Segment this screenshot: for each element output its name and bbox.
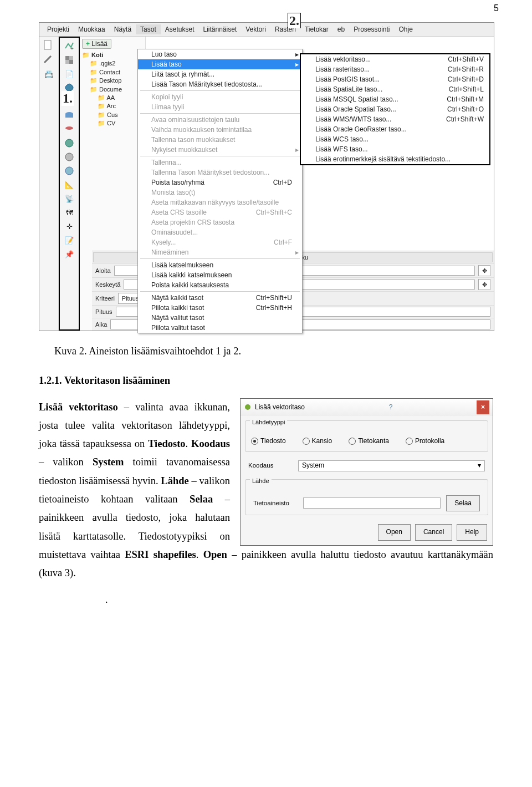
toolbar-main: 📇 (39, 37, 59, 331)
annotation-2: 2. (288, 13, 301, 28)
submenu-item[interactable]: Lisää erotinmerkkejä sisältävä tekstitie… (301, 154, 489, 164)
file-tree[interactable]: Koti .qgis2 Contact Desktop Docume AA Ar… (82, 51, 143, 128)
menu-muokkaa[interactable]: Muokkaa (74, 24, 110, 34)
submenu-item[interactable]: Lisää SpatiaLite taso...Ctrl+Shift+L (301, 84, 489, 94)
menu-tasot[interactable]: Tasot (136, 24, 161, 34)
tree-item[interactable]: Cus (98, 111, 143, 119)
new-shapefile-icon[interactable]: 📐 (63, 179, 75, 191)
menu-item: Tallenna Tason Määritykset tiedostoon... (138, 167, 302, 177)
menu-item[interactable]: Näytä kaikki tasotCtrl+Shift+U (138, 293, 302, 303)
menu-item[interactable]: Näytä valitut tasot (138, 313, 302, 323)
menu-ohje[interactable]: Ohje (395, 24, 417, 34)
gps-icon[interactable]: 📡 (63, 192, 75, 205)
tietoaineisto-label: Tietoaineisto (253, 497, 298, 509)
menu-liitannaiset[interactable]: Liitännäiset (198, 24, 241, 34)
radio-kansio[interactable]: Kansio (303, 435, 332, 448)
body-text: Kuva 2. Aineiston lisäämisvaihtoehdot 1 … (39, 342, 493, 609)
menu-item[interactable]: Poista kaikki katsauksesta (138, 280, 302, 290)
menu-tietokar[interactable]: Tietokar (300, 24, 333, 34)
radio-tiedosto[interactable]: Tiedosto (251, 435, 286, 448)
pin-icon[interactable]: 📌 (63, 248, 75, 260)
toolbar-add-layer: + 📄 🐘 📐 📡 🗺 ✛ 📝 📌 (59, 37, 80, 331)
submenu-item[interactable]: Lisää rasteritaso...Ctrl+Shift+R (301, 64, 489, 74)
lisaa-button[interactable]: + Lisää (82, 39, 111, 49)
menu-item: Aseta mittakaavan näkyvyys tasolle/tasoi… (138, 197, 302, 207)
tree-item[interactable]: Arc (98, 102, 143, 110)
add-wcs-icon[interactable] (63, 151, 75, 163)
add-mssql-icon[interactable] (63, 109, 75, 121)
menu-prosessointi[interactable]: Prosessointi (349, 24, 394, 34)
pick-end-button[interactable]: ✥ (478, 279, 490, 290)
layers-icon[interactable]: 📇 (43, 68, 55, 80)
submenu-item[interactable]: Lisää Oracle Spatial Taso...Ctrl+Shift+O (301, 104, 489, 114)
svg-point-10 (65, 167, 73, 175)
tasot-dropdown: Luo tasoLisää tasoLiitä tasot ja ryhmät.… (137, 49, 303, 333)
help-button[interactable]: Help (457, 524, 487, 541)
radio-protokolla[interactable]: Protokolla (406, 435, 444, 448)
qgis-screenshot: 2. Projekti Muokkaa Näytä Tasot Asetukse… (39, 22, 494, 331)
tree-item[interactable]: .qgis2 (90, 59, 143, 68)
menu-nayta[interactable]: Näytä (110, 24, 136, 34)
tietoaineisto-input[interactable] (303, 497, 441, 509)
menu-vektori[interactable]: Vektori (241, 24, 270, 34)
pencil-icon[interactable] (43, 53, 55, 65)
tree-item[interactable]: Docume (90, 85, 143, 94)
new-project-icon[interactable] (43, 39, 55, 51)
menu-item[interactable]: Lisää Tason Määritykset tiedostosta... (138, 79, 302, 89)
tree-item[interactable]: CV (98, 119, 143, 128)
menu-item[interactable]: Lisää katselmukseen (138, 260, 302, 270)
submenu-item[interactable]: Lisää MSSQL Spatial taso...Ctrl+Shift+M (301, 94, 489, 104)
page-number: 5 (494, 3, 499, 13)
koodaus-select[interactable]: System▾ (298, 460, 485, 471)
menu-item: Aseta CRS tasoilleCtrl+Shift+C (138, 207, 302, 217)
selaa-button[interactable]: Selaa (446, 495, 480, 512)
menu-item[interactable]: Liitä tasot ja ryhmät... (138, 69, 302, 79)
submenu-item[interactable]: Lisää PostGIS tasot...Ctrl+Shift+D (301, 74, 489, 84)
add-csv-icon[interactable]: 📄 (63, 68, 75, 80)
submenu-item[interactable]: Lisää WFS taso... (301, 144, 489, 154)
submenu-item[interactable]: Lisää vektoritaso...Ctrl+Shift+V (301, 54, 489, 64)
menu-item: Nimeäminen (138, 247, 302, 257)
menu-web[interactable]: eb (333, 24, 349, 34)
script-icon[interactable]: 📝 (63, 234, 75, 246)
open-button[interactable]: Open (378, 524, 411, 541)
pick-start-button[interactable]: ✥ (478, 265, 490, 276)
menu-item: Vaihda muokkauksen toimintatilaa (138, 125, 302, 135)
add-wfs-icon[interactable] (63, 165, 75, 177)
koodaus-label: Koodaus (248, 460, 293, 471)
tree-item[interactable]: Desktop (90, 77, 143, 85)
georaster-icon[interactable]: 🗺 (63, 206, 75, 219)
menu-item[interactable]: Piilota valitut tasot (138, 323, 302, 333)
tree-item[interactable]: Contact (90, 68, 143, 77)
menu-item: Tallenna tason muokkaukset (138, 135, 302, 145)
svg-rect-3 (65, 56, 69, 60)
menu-item: Nykyiset muokkaukset (138, 145, 302, 155)
menu-item[interactable]: Luo taso (138, 49, 302, 59)
menu-item: Aseta projektin CRS tasosta (138, 217, 302, 227)
submenu-item[interactable]: Lisää Oracle GeoRaster taso... (301, 124, 489, 134)
close-button[interactable]: × (477, 400, 489, 415)
svg-rect-4 (69, 60, 73, 64)
radio-tietokanta[interactable]: Tietokanta (349, 435, 389, 448)
menu-bar: Projekti Muokkaa Näytä Tasot Asetukset L… (39, 23, 494, 37)
cancel-button[interactable]: Cancel (415, 524, 452, 541)
svg-point-8 (65, 139, 73, 147)
svg-point-7 (65, 126, 73, 130)
add-wms-icon[interactable] (63, 137, 75, 149)
submenu-item[interactable]: Lisää WMS/WMTS taso...Ctrl+Shift+W (301, 114, 489, 124)
add-vector-icon[interactable]: + (63, 40, 75, 52)
menu-asetukset[interactable]: Asetukset (161, 24, 199, 34)
tree-item[interactable]: AA (98, 94, 143, 102)
add-raster-icon[interactable] (63, 54, 75, 66)
menu-projekti[interactable]: Projekti (43, 24, 74, 34)
menu-item[interactable]: Poista taso/ryhmäCtrl+D (138, 177, 302, 187)
menu-item[interactable]: Lisää taso (138, 59, 302, 69)
tree-root[interactable]: Koti (82, 51, 143, 59)
menu-item[interactable]: Piilota kaikki tasotCtrl+Shift+H (138, 303, 302, 313)
submenu-item[interactable]: Lisää WCS taso... (301, 134, 489, 144)
target-icon[interactable]: ✛ (63, 220, 75, 232)
add-oracle-icon[interactable] (63, 123, 75, 135)
svg-point-11 (245, 404, 250, 410)
menu-item[interactable]: Lisää kaikki katselmukseen (138, 270, 302, 280)
figure-caption: Kuva 2. Aineiston lisäämisvaihtoehdot 1 … (39, 342, 493, 361)
